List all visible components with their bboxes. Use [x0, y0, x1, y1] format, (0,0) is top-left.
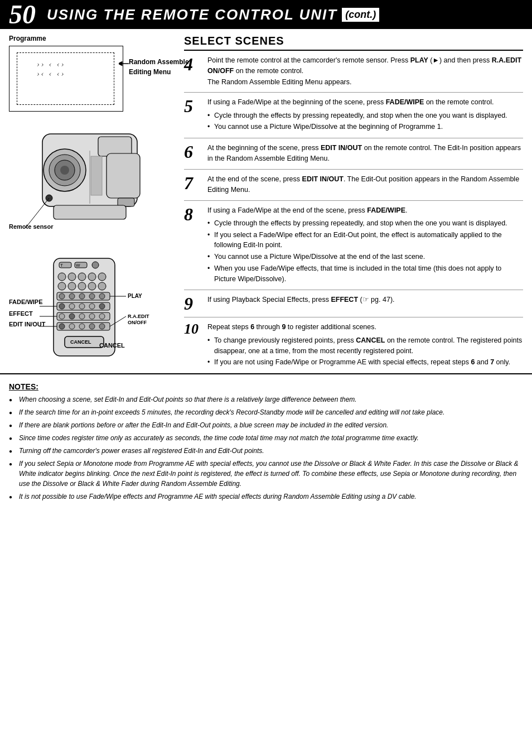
- signal-lines: ›› ‹ ‹› ›‹ ‹ ‹›: [37, 59, 81, 82]
- svg-text:CANCEL: CANCEL: [70, 339, 91, 345]
- page-number: 50: [9, 1, 36, 28]
- svg-point-28: [68, 282, 76, 290]
- svg-rect-9: [107, 153, 140, 198]
- svg-point-31: [98, 282, 106, 290]
- svg-text:R.A.EDIT: R.A.EDIT: [128, 314, 149, 319]
- svg-point-36: [89, 293, 95, 299]
- svg-point-30: [88, 282, 96, 290]
- svg-point-22: [58, 273, 66, 281]
- svg-text:PLAY: PLAY: [128, 293, 142, 299]
- step-8-bullet-2: If you select a Fade/Wipe effect for an …: [207, 230, 523, 251]
- svg-rect-13: [91, 156, 102, 195]
- step-10-bullet-1: To change previously registered points, …: [207, 335, 523, 357]
- step-number-7: 7: [184, 174, 204, 192]
- note-7: It is not possible to use Fade/Wipe effe…: [9, 492, 523, 502]
- random-assemble-label: Random Assemble Editing Menu: [129, 57, 201, 77]
- remote-sensor-label: Remote sensor: [9, 223, 53, 230]
- svg-point-43: [99, 304, 105, 309]
- svg-point-49: [99, 314, 105, 319]
- right-panel: SELECT SCENES 4 Point the remote control…: [178, 35, 532, 373]
- note-6: If you select Sepia or Monotone mode fro…: [9, 459, 523, 489]
- step-number-6: 6: [184, 143, 204, 161]
- svg-point-41: [79, 304, 85, 309]
- notes-list: When choosing a scene, set Edit-In and E…: [9, 394, 523, 502]
- step-number-9: 9: [184, 295, 204, 312]
- svg-point-52: [69, 324, 75, 329]
- step-10: 10 Repeat steps 6 through 9 to register …: [184, 317, 523, 373]
- step-5: 5 If using a Fade/Wipe at the beginning …: [184, 93, 523, 138]
- svg-point-7: [60, 166, 69, 175]
- svg-point-27: [58, 282, 66, 290]
- step-content-5: If using a Fade/Wipe at the beginning of…: [207, 97, 523, 133]
- svg-point-25: [88, 273, 96, 281]
- svg-point-42: [89, 304, 95, 309]
- svg-text:ON/OFF: ON/OFF: [128, 320, 147, 325]
- step-number-5: 5: [184, 97, 204, 115]
- svg-point-29: [78, 282, 86, 290]
- svg-point-39: [59, 304, 65, 309]
- step-4: 4 Point the remote control at the camcor…: [184, 51, 523, 93]
- programme-label: Programme: [9, 35, 173, 42]
- svg-text:W: W: [76, 263, 80, 268]
- step-9: 9 If using Playback Special Effects, pre…: [184, 290, 523, 317]
- step-10-bullet-2: If you are not using Fade/Wipe or Progra…: [207, 357, 523, 368]
- header-title: USING THE REMOTE CONTROL UNIT: [47, 6, 337, 23]
- edit-in-out-label: EDIT IN/OUT: [9, 321, 45, 328]
- step-content-9: If using Playback Special Effects, press…: [207, 295, 523, 305]
- svg-point-33: [59, 293, 65, 299]
- svg-text:T: T: [60, 263, 63, 268]
- camcorder-diagram: Remote sensor: [9, 117, 173, 253]
- step-8-bullet-4: When you use Fade/Wipe effects, that tim…: [207, 263, 523, 285]
- svg-point-23: [68, 273, 76, 281]
- note-5: Turning off the camcorder's power erases…: [9, 446, 523, 456]
- note-4: Since time codes register time only as a…: [9, 433, 523, 443]
- step-8-bullet-1: Cycle through the effects by pressing re…: [207, 218, 523, 229]
- step-content-7: At the end of the scene, press EDIT IN/O…: [207, 174, 523, 196]
- page-header: 50 USING THE REMOTE CONTROL UNIT (cont.): [0, 0, 532, 29]
- step-content-4: Point the remote control at the camcorde…: [207, 55, 523, 88]
- step-7: 7 At the end of the scene, press EDIT IN…: [184, 170, 523, 201]
- svg-point-40: [69, 304, 75, 309]
- svg-point-48: [89, 314, 95, 319]
- note-2: If the search time for an in-point excee…: [9, 407, 523, 417]
- svg-rect-14: [54, 205, 126, 219]
- step-number-10: 10: [184, 322, 204, 336]
- cancel-label: CANCEL: [99, 342, 125, 349]
- svg-point-37: [99, 293, 105, 299]
- step-content-6: At the beginning of the scene, press EDI…: [207, 143, 523, 165]
- step-content-8: If using a Fade/Wipe at the end of the s…: [207, 205, 523, 286]
- step-number-8: 8: [184, 205, 204, 223]
- svg-point-24: [78, 273, 86, 281]
- remote-control-diagram: T W: [9, 256, 173, 369]
- step-5-bullet-2: You cannot use a Picture Wipe/Dissolve a…: [207, 122, 523, 132]
- header-cont: (cont.): [342, 8, 379, 22]
- svg-point-45: [59, 314, 65, 319]
- svg-point-21: [92, 262, 99, 268]
- svg-point-55: [99, 324, 105, 329]
- left-panel: Programme ›› ‹ ‹› ›‹ ‹ ‹› Random Assembl…: [0, 35, 178, 373]
- step-5-bullet-1: Cycle through the effects by pressing re…: [207, 110, 523, 121]
- step-content-10: Repeat steps 6 through 9 to register add…: [207, 322, 523, 369]
- step-6: 6 At the beginning of the scene, press E…: [184, 138, 523, 170]
- select-scenes-title: SELECT SCENES: [184, 35, 523, 51]
- step-8: 8 If using a Fade/Wipe at the end of the…: [184, 201, 523, 291]
- svg-text:›› ‹ ‹›: ›› ‹ ‹›: [37, 60, 65, 69]
- svg-point-35: [79, 293, 85, 299]
- note-1: When choosing a scene, set Edit-In and E…: [9, 394, 523, 405]
- step-8-bullet-3: You cannot use a Picture Wipe/Dissolve a…: [207, 252, 523, 262]
- effect-label: EFFECT: [9, 310, 33, 317]
- svg-point-51: [59, 324, 65, 329]
- svg-point-46: [69, 314, 75, 319]
- svg-point-47: [79, 314, 85, 319]
- svg-point-34: [69, 293, 75, 299]
- notes-title: NOTES:: [9, 382, 523, 391]
- note-3: If there are blank portions before or af…: [9, 420, 523, 430]
- svg-point-53: [79, 324, 85, 329]
- svg-point-26: [98, 273, 106, 281]
- fade-wipe-label: FADE/WIPE: [9, 299, 43, 305]
- notes-section: NOTES: When choosing a scene, set Edit-I…: [0, 373, 532, 510]
- main-content: Programme ›› ‹ ‹› ›‹ ‹ ‹› Random Assembl…: [0, 29, 532, 373]
- svg-point-54: [89, 324, 95, 329]
- svg-text:›‹ ‹ ‹›: ›‹ ‹ ‹›: [37, 70, 65, 78]
